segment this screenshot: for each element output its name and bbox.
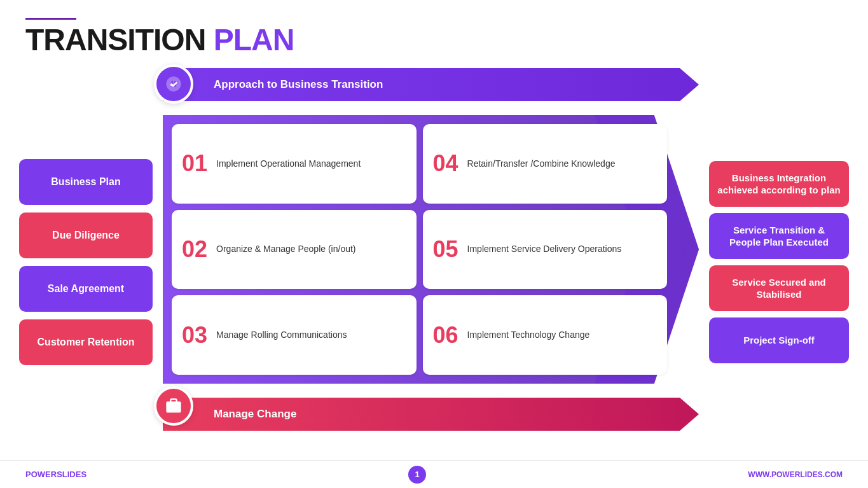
card-06-number: 06 (433, 324, 458, 347)
cards-area: 01 Implement Operational Management 04 R… (163, 115, 699, 384)
card-02: 02 Organize & Manage People (in/out) (172, 210, 417, 289)
bottom-circle-icon (154, 386, 193, 426)
footer: POWERSLIDES 1 WWW.POWERLIDES.COM (0, 460, 868, 488)
right-btn-service-transition[interactable]: Service Transition & People Plan Execute… (709, 213, 849, 259)
footer-website: WWW.POWERLIDES.COM (748, 470, 843, 479)
card-06-text: Implement Technology Change (467, 329, 590, 342)
top-arrow-label: Approach to Business Transition (214, 78, 383, 91)
title-black: TRANSITION (25, 23, 205, 57)
briefcase-icon (165, 397, 183, 415)
card-05-text: Implement Service Delivery Operations (467, 243, 622, 256)
right-btn-project-signoff[interactable]: Project Sign-off (709, 317, 849, 363)
left-sidebar: Business Plan Due Diligence Sale Agreeme… (19, 68, 153, 431)
page-title: TRANSITION PLAN (25, 25, 843, 55)
page-number-badge: 1 (408, 466, 426, 484)
right-sidebar: Business Integration achieved according … (709, 68, 849, 431)
left-btn-sale-agreement[interactable]: Sale Agreement (19, 266, 153, 312)
card-05-number: 05 (433, 238, 458, 261)
top-arrow-bar: Approach to Business Transition (163, 68, 699, 101)
card-06: 06 Implement Technology Change (423, 295, 668, 375)
card-01-number: 01 (182, 152, 207, 175)
header: TRANSITION PLAN (0, 0, 868, 62)
main-layout: Business Plan Due Diligence Sale Agreeme… (0, 62, 868, 431)
handshake-icon (165, 75, 183, 93)
card-03-number: 03 (182, 324, 207, 347)
card-04: 04 Retain/Transfer /Combine Knowledge (423, 124, 668, 204)
bottom-arrow-label: Manage Change (214, 408, 296, 421)
left-btn-business-plan[interactable]: Business Plan (19, 159, 153, 205)
card-02-number: 02 (182, 238, 207, 261)
bottom-arrow-bar: Manage Change (163, 398, 699, 431)
title-purple: PLAN (214, 23, 294, 57)
brand-purple: SLIDES (57, 470, 86, 479)
footer-brand: POWERSLIDES (25, 470, 86, 479)
header-accent-line (25, 18, 76, 20)
card-04-number: 04 (433, 152, 458, 175)
card-04-text: Retain/Transfer /Combine Knowledge (467, 158, 616, 171)
card-01: 01 Implement Operational Management (172, 124, 417, 204)
right-btn-service-secured[interactable]: Service Secured and Stabilised (709, 265, 849, 311)
card-05: 05 Implement Service Delivery Operations (423, 210, 668, 289)
left-btn-customer-retention[interactable]: Customer Retention (19, 319, 153, 365)
card-03-text: Manage Rolling Communications (216, 329, 347, 342)
left-btn-due-diligence[interactable]: Due Diligence (19, 213, 153, 258)
right-btn-business-integration[interactable]: Business Integration achieved according … (709, 161, 849, 207)
cards-grid: 01 Implement Operational Management 04 R… (163, 115, 699, 384)
top-circle-icon (154, 64, 193, 104)
center-section: Approach to Business Transition (163, 68, 699, 431)
brand-black: POWER (25, 470, 57, 479)
card-03: 03 Manage Rolling Communications (172, 295, 417, 375)
card-01-text: Implement Operational Management (216, 158, 361, 171)
card-02-text: Organize & Manage People (in/out) (216, 243, 355, 256)
